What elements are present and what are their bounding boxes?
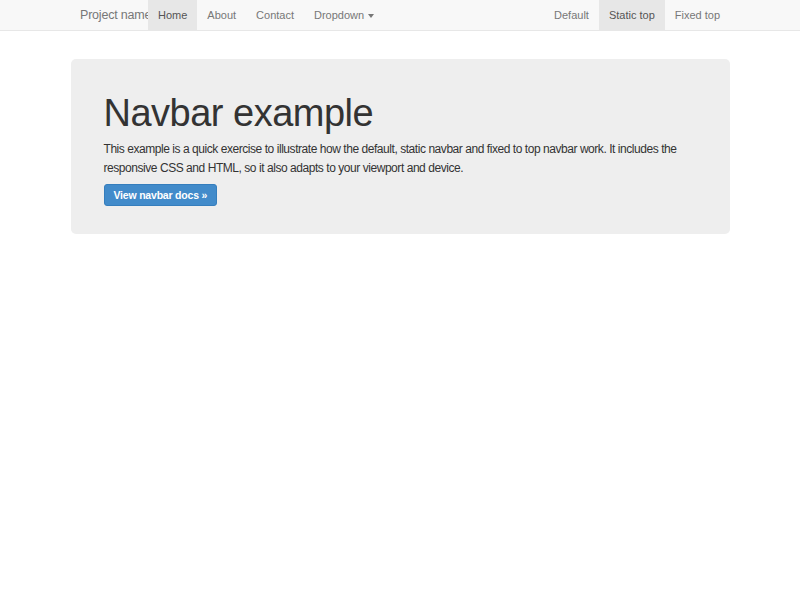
navbar: Project name Home About Contact Dropdown… <box>0 0 800 31</box>
nav-item-static-top[interactable]: Static top <box>599 0 665 30</box>
caret-down-icon <box>368 14 374 18</box>
nav-item-home[interactable]: Home <box>148 0 197 30</box>
navbar-brand[interactable]: Project name <box>70 0 148 30</box>
nav-item-dropdown-label: Dropdown <box>314 9 364 21</box>
nav-item-about[interactable]: About <box>197 0 246 30</box>
navbar-right-nav: Default Static top Fixed top <box>544 0 730 30</box>
nav-item-dropdown[interactable]: Dropdown <box>304 0 384 30</box>
view-navbar-docs-button[interactable]: View navbar docs » <box>104 184 218 206</box>
nav-item-contact[interactable]: Contact <box>246 0 304 30</box>
nav-item-default[interactable]: Default <box>544 0 599 30</box>
navbar-container: Project name Home About Contact Dropdown… <box>70 0 730 30</box>
page-title: Navbar example <box>104 93 697 133</box>
page-description: This example is a quick exercise to illu… <box>104 140 697 178</box>
jumbotron: Navbar example This example is a quick e… <box>71 59 730 234</box>
nav-item-fixed-top[interactable]: Fixed top <box>665 0 730 30</box>
navbar-left-nav: Home About Contact Dropdown <box>148 0 384 30</box>
